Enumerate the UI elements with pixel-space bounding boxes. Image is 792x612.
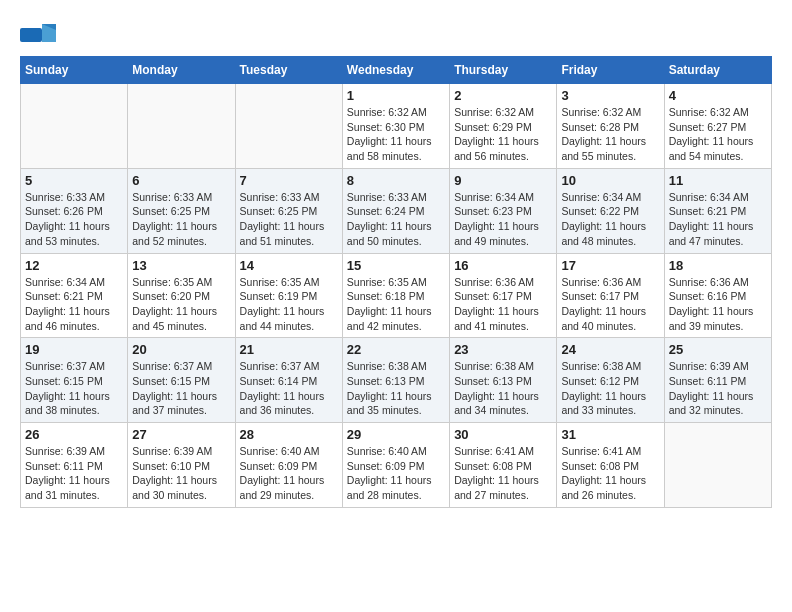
calendar-cell: 30Sunrise: 6:41 AM Sunset: 6:08 PM Dayli… xyxy=(450,423,557,508)
day-number: 15 xyxy=(347,258,445,273)
day-info: Sunrise: 6:34 AM Sunset: 6:21 PM Dayligh… xyxy=(669,190,767,249)
day-info: Sunrise: 6:36 AM Sunset: 6:17 PM Dayligh… xyxy=(454,275,552,334)
day-number: 11 xyxy=(669,173,767,188)
calendar-cell xyxy=(128,84,235,169)
svg-rect-0 xyxy=(20,28,42,42)
day-info: Sunrise: 6:34 AM Sunset: 6:23 PM Dayligh… xyxy=(454,190,552,249)
day-number: 25 xyxy=(669,342,767,357)
day-info: Sunrise: 6:36 AM Sunset: 6:17 PM Dayligh… xyxy=(561,275,659,334)
day-number: 4 xyxy=(669,88,767,103)
day-info: Sunrise: 6:41 AM Sunset: 6:08 PM Dayligh… xyxy=(561,444,659,503)
calendar-cell xyxy=(235,84,342,169)
calendar-cell: 9Sunrise: 6:34 AM Sunset: 6:23 PM Daylig… xyxy=(450,168,557,253)
day-number: 10 xyxy=(561,173,659,188)
calendar-cell: 2Sunrise: 6:32 AM Sunset: 6:29 PM Daylig… xyxy=(450,84,557,169)
calendar-cell: 6Sunrise: 6:33 AM Sunset: 6:25 PM Daylig… xyxy=(128,168,235,253)
day-info: Sunrise: 6:33 AM Sunset: 6:24 PM Dayligh… xyxy=(347,190,445,249)
calendar-cell: 3Sunrise: 6:32 AM Sunset: 6:28 PM Daylig… xyxy=(557,84,664,169)
calendar-cell xyxy=(664,423,771,508)
calendar-cell: 20Sunrise: 6:37 AM Sunset: 6:15 PM Dayli… xyxy=(128,338,235,423)
day-info: Sunrise: 6:33 AM Sunset: 6:25 PM Dayligh… xyxy=(132,190,230,249)
day-info: Sunrise: 6:41 AM Sunset: 6:08 PM Dayligh… xyxy=(454,444,552,503)
day-number: 28 xyxy=(240,427,338,442)
day-number: 6 xyxy=(132,173,230,188)
day-info: Sunrise: 6:32 AM Sunset: 6:30 PM Dayligh… xyxy=(347,105,445,164)
logo-icon xyxy=(20,20,56,48)
calendar-cell: 10Sunrise: 6:34 AM Sunset: 6:22 PM Dayli… xyxy=(557,168,664,253)
calendar: SundayMondayTuesdayWednesdayThursdayFrid… xyxy=(20,56,772,508)
day-info: Sunrise: 6:33 AM Sunset: 6:26 PM Dayligh… xyxy=(25,190,123,249)
day-info: Sunrise: 6:38 AM Sunset: 6:12 PM Dayligh… xyxy=(561,359,659,418)
calendar-cell: 25Sunrise: 6:39 AM Sunset: 6:11 PM Dayli… xyxy=(664,338,771,423)
day-info: Sunrise: 6:32 AM Sunset: 6:27 PM Dayligh… xyxy=(669,105,767,164)
day-info: Sunrise: 6:39 AM Sunset: 6:11 PM Dayligh… xyxy=(669,359,767,418)
day-info: Sunrise: 6:32 AM Sunset: 6:29 PM Dayligh… xyxy=(454,105,552,164)
calendar-cell: 12Sunrise: 6:34 AM Sunset: 6:21 PM Dayli… xyxy=(21,253,128,338)
day-number: 14 xyxy=(240,258,338,273)
day-info: Sunrise: 6:32 AM Sunset: 6:28 PM Dayligh… xyxy=(561,105,659,164)
calendar-cell: 17Sunrise: 6:36 AM Sunset: 6:17 PM Dayli… xyxy=(557,253,664,338)
calendar-body: 1Sunrise: 6:32 AM Sunset: 6:30 PM Daylig… xyxy=(21,84,772,508)
day-number: 3 xyxy=(561,88,659,103)
calendar-cell: 1Sunrise: 6:32 AM Sunset: 6:30 PM Daylig… xyxy=(342,84,449,169)
day-info: Sunrise: 6:40 AM Sunset: 6:09 PM Dayligh… xyxy=(240,444,338,503)
day-info: Sunrise: 6:37 AM Sunset: 6:14 PM Dayligh… xyxy=(240,359,338,418)
calendar-week-row: 26Sunrise: 6:39 AM Sunset: 6:11 PM Dayli… xyxy=(21,423,772,508)
calendar-cell: 19Sunrise: 6:37 AM Sunset: 6:15 PM Dayli… xyxy=(21,338,128,423)
calendar-cell: 31Sunrise: 6:41 AM Sunset: 6:08 PM Dayli… xyxy=(557,423,664,508)
day-info: Sunrise: 6:37 AM Sunset: 6:15 PM Dayligh… xyxy=(132,359,230,418)
day-number: 19 xyxy=(25,342,123,357)
day-info: Sunrise: 6:35 AM Sunset: 6:18 PM Dayligh… xyxy=(347,275,445,334)
day-number: 13 xyxy=(132,258,230,273)
calendar-day-header: Monday xyxy=(128,57,235,84)
day-info: Sunrise: 6:36 AM Sunset: 6:16 PM Dayligh… xyxy=(669,275,767,334)
calendar-cell xyxy=(21,84,128,169)
day-number: 26 xyxy=(25,427,123,442)
calendar-day-header: Tuesday xyxy=(235,57,342,84)
day-number: 29 xyxy=(347,427,445,442)
calendar-week-row: 19Sunrise: 6:37 AM Sunset: 6:15 PM Dayli… xyxy=(21,338,772,423)
day-number: 30 xyxy=(454,427,552,442)
day-info: Sunrise: 6:35 AM Sunset: 6:19 PM Dayligh… xyxy=(240,275,338,334)
calendar-day-header: Saturday xyxy=(664,57,771,84)
calendar-cell: 7Sunrise: 6:33 AM Sunset: 6:25 PM Daylig… xyxy=(235,168,342,253)
calendar-cell: 29Sunrise: 6:40 AM Sunset: 6:09 PM Dayli… xyxy=(342,423,449,508)
header xyxy=(20,20,772,48)
calendar-cell: 16Sunrise: 6:36 AM Sunset: 6:17 PM Dayli… xyxy=(450,253,557,338)
day-info: Sunrise: 6:39 AM Sunset: 6:10 PM Dayligh… xyxy=(132,444,230,503)
calendar-cell: 27Sunrise: 6:39 AM Sunset: 6:10 PM Dayli… xyxy=(128,423,235,508)
calendar-cell: 14Sunrise: 6:35 AM Sunset: 6:19 PM Dayli… xyxy=(235,253,342,338)
day-info: Sunrise: 6:33 AM Sunset: 6:25 PM Dayligh… xyxy=(240,190,338,249)
day-info: Sunrise: 6:34 AM Sunset: 6:22 PM Dayligh… xyxy=(561,190,659,249)
calendar-day-header: Friday xyxy=(557,57,664,84)
day-number: 5 xyxy=(25,173,123,188)
calendar-cell: 21Sunrise: 6:37 AM Sunset: 6:14 PM Dayli… xyxy=(235,338,342,423)
day-number: 21 xyxy=(240,342,338,357)
day-number: 12 xyxy=(25,258,123,273)
day-number: 18 xyxy=(669,258,767,273)
day-number: 1 xyxy=(347,88,445,103)
day-number: 24 xyxy=(561,342,659,357)
calendar-week-row: 1Sunrise: 6:32 AM Sunset: 6:30 PM Daylig… xyxy=(21,84,772,169)
calendar-week-row: 12Sunrise: 6:34 AM Sunset: 6:21 PM Dayli… xyxy=(21,253,772,338)
day-number: 8 xyxy=(347,173,445,188)
calendar-cell: 22Sunrise: 6:38 AM Sunset: 6:13 PM Dayli… xyxy=(342,338,449,423)
day-info: Sunrise: 6:34 AM Sunset: 6:21 PM Dayligh… xyxy=(25,275,123,334)
calendar-cell: 13Sunrise: 6:35 AM Sunset: 6:20 PM Dayli… xyxy=(128,253,235,338)
day-info: Sunrise: 6:35 AM Sunset: 6:20 PM Dayligh… xyxy=(132,275,230,334)
calendar-day-header: Wednesday xyxy=(342,57,449,84)
day-number: 16 xyxy=(454,258,552,273)
calendar-day-header: Sunday xyxy=(21,57,128,84)
day-info: Sunrise: 6:38 AM Sunset: 6:13 PM Dayligh… xyxy=(347,359,445,418)
calendar-cell: 26Sunrise: 6:39 AM Sunset: 6:11 PM Dayli… xyxy=(21,423,128,508)
day-info: Sunrise: 6:40 AM Sunset: 6:09 PM Dayligh… xyxy=(347,444,445,503)
calendar-day-header: Thursday xyxy=(450,57,557,84)
day-number: 23 xyxy=(454,342,552,357)
calendar-cell: 5Sunrise: 6:33 AM Sunset: 6:26 PM Daylig… xyxy=(21,168,128,253)
calendar-cell: 18Sunrise: 6:36 AM Sunset: 6:16 PM Dayli… xyxy=(664,253,771,338)
day-number: 27 xyxy=(132,427,230,442)
day-number: 9 xyxy=(454,173,552,188)
calendar-cell: 24Sunrise: 6:38 AM Sunset: 6:12 PM Dayli… xyxy=(557,338,664,423)
day-number: 7 xyxy=(240,173,338,188)
calendar-cell: 23Sunrise: 6:38 AM Sunset: 6:13 PM Dayli… xyxy=(450,338,557,423)
